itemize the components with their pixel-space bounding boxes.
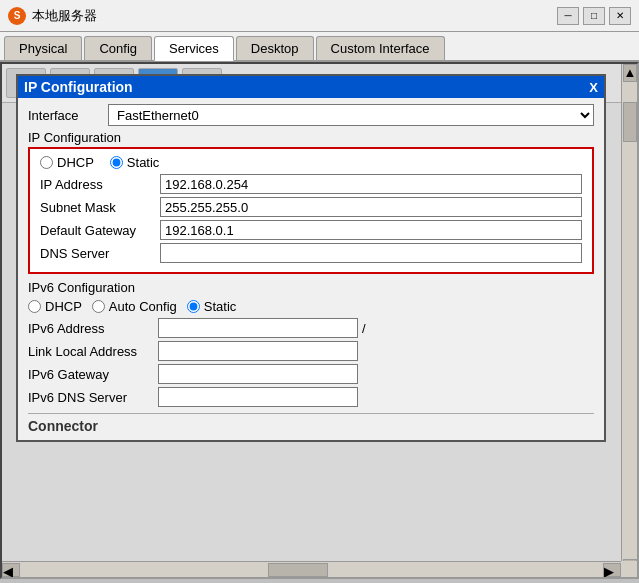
ipv6-dns-label: IPv6 DNS Server [28, 390, 158, 405]
static-radio[interactable] [110, 156, 123, 169]
ipv6-dhcp-label: DHCP [45, 299, 82, 314]
ipv6-static-option[interactable]: Static [187, 299, 237, 314]
interface-select[interactable]: FastEthernet0 [108, 104, 594, 126]
ip-address-label: IP Address [40, 177, 160, 192]
app-icon: S [8, 7, 26, 25]
ipv6-slash: / [362, 321, 366, 336]
ipv6-static-label: Static [204, 299, 237, 314]
content-area: IP Configuration X Interface FastEtherne… [0, 62, 639, 579]
default-gateway-label: Default Gateway [40, 223, 160, 238]
tab-physical[interactable]: Physical [4, 36, 82, 60]
ipv6-static-radio[interactable] [187, 300, 200, 313]
ipv6-dns-row: IPv6 DNS Server [28, 387, 594, 407]
subnet-mask-label: Subnet Mask [40, 200, 160, 215]
ipv6-dhcp-option[interactable]: DHCP [28, 299, 82, 314]
ipv6-dhcp-radio[interactable] [28, 300, 41, 313]
ip-address-input[interactable] [160, 174, 582, 194]
dns-server-input[interactable] [160, 243, 582, 263]
static-option[interactable]: Static [110, 155, 160, 170]
link-local-row: Link Local Address [28, 341, 594, 361]
dhcp-label: DHCP [57, 155, 94, 170]
minimize-button[interactable]: ─ [557, 7, 579, 25]
ipv6-address-label: IPv6 Address [28, 321, 158, 336]
ipv4-section-label: IP Configuration [28, 130, 594, 145]
tab-custom-interface[interactable]: Custom Interface [316, 36, 445, 60]
static-label: Static [127, 155, 160, 170]
ip-config-title: IP Configuration [24, 79, 133, 95]
ipv6-section-label: IPv6 Configuration [28, 280, 594, 295]
ipv6-section: IPv6 Configuration DHCP Auto Config Stat… [28, 280, 594, 407]
ip-config-body: Interface FastEthernet0 IP Configuration… [18, 98, 604, 440]
ipv4-radio-row: DHCP Static [40, 155, 582, 170]
ip-config-window: IP Configuration X Interface FastEtherne… [16, 74, 606, 442]
dhcp-radio[interactable] [40, 156, 53, 169]
tab-config[interactable]: Config [84, 36, 152, 60]
maximize-button[interactable]: □ [583, 7, 605, 25]
ipv6-gateway-input[interactable] [158, 364, 358, 384]
ipv4-section: DHCP Static IP Address Subnet Mask [28, 147, 594, 274]
dns-server-row: DNS Server [40, 243, 582, 263]
close-button[interactable]: ✕ [609, 7, 631, 25]
subnet-mask-row: Subnet Mask [40, 197, 582, 217]
ipv6-gateway-row: IPv6 Gateway [28, 364, 594, 384]
scrollbar-h-thumb[interactable] [268, 563, 328, 577]
dns-server-label: DNS Server [40, 246, 160, 261]
dhcp-option[interactable]: DHCP [40, 155, 94, 170]
tab-bar: Physical Config Services Desktop Custom … [0, 32, 639, 62]
title-controls: ─ □ ✕ [557, 7, 631, 25]
interface-row: Interface FastEthernet0 [28, 104, 594, 126]
scrollbar-bottom[interactable]: ◀ ▶ [2, 561, 621, 577]
link-local-label: Link Local Address [28, 344, 158, 359]
scroll-up-button[interactable]: ▲ [623, 64, 637, 82]
ipv6-address-input[interactable] [158, 318, 358, 338]
ip-config-title-bar: IP Configuration X [18, 76, 604, 98]
tab-services[interactable]: Services [154, 36, 234, 61]
ipv6-address-row: IPv6 Address / [28, 318, 594, 338]
ipv6-auto-option[interactable]: Auto Config [92, 299, 177, 314]
scrollbar-corner [621, 561, 637, 577]
subnet-mask-input[interactable] [160, 197, 582, 217]
ipv6-dns-input[interactable] [158, 387, 358, 407]
connector-label: Connector [28, 418, 98, 434]
connector-section: Connector [28, 413, 594, 434]
scrollbar-thumb[interactable] [623, 102, 637, 142]
title-bar: S 本地服务器 ─ □ ✕ [0, 0, 639, 32]
scroll-left-button[interactable]: ◀ [2, 563, 20, 577]
default-gateway-row: Default Gateway [40, 220, 582, 240]
title-bar-left: S 本地服务器 [8, 7, 97, 25]
ip-config-close-button[interactable]: X [589, 80, 598, 95]
ip-address-row: IP Address [40, 174, 582, 194]
link-local-input[interactable] [158, 341, 358, 361]
interface-label: Interface [28, 108, 98, 123]
ipv6-auto-radio[interactable] [92, 300, 105, 313]
ipv6-auto-label: Auto Config [109, 299, 177, 314]
window-title: 本地服务器 [32, 7, 97, 25]
scroll-right-button[interactable]: ▶ [603, 563, 621, 577]
ipv6-gateway-label: IPv6 Gateway [28, 367, 158, 382]
scrollbar-right[interactable]: ▲ ▼ [621, 64, 637, 577]
default-gateway-input[interactable] [160, 220, 582, 240]
tab-desktop[interactable]: Desktop [236, 36, 314, 60]
ipv6-radio-row: DHCP Auto Config Static [28, 299, 594, 314]
